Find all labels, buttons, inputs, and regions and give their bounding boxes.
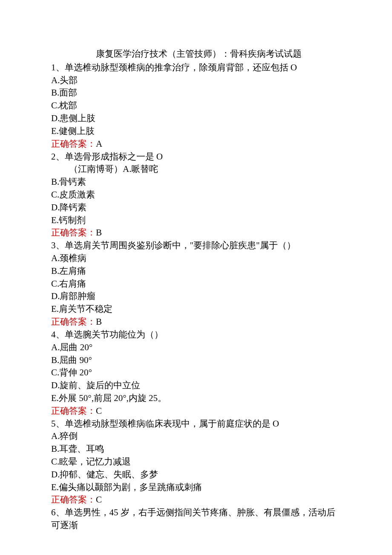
answer-value: A bbox=[96, 139, 102, 149]
question-2: 2、单选骨形成指标之一是 O （江南博哥）A.哌替咤 B.骨钙素 C.皮质激素 … bbox=[51, 151, 341, 240]
answer-value: B bbox=[96, 227, 102, 238]
question-6: 6、单选男性，45 岁，右手远侧指间关节疼痛、肿胀、有晨僵感，活动后可逐渐 bbox=[51, 506, 341, 532]
answer-line: 正确答案：B bbox=[51, 316, 341, 328]
option-e: E.肩关节不稳定 bbox=[51, 303, 341, 316]
answer-value: C bbox=[96, 406, 102, 416]
question-stem: 6、单选男性，45 岁，右手远侧指间关节疼痛、肿胀、有晨僵感，活动后可逐渐 bbox=[51, 506, 341, 532]
option-a: A.头部 bbox=[51, 74, 341, 87]
option-c: C.背伸 20° bbox=[51, 366, 341, 379]
option-a: A.屈曲 20° bbox=[51, 341, 341, 354]
option-c: C.右肩痛 bbox=[51, 278, 341, 291]
question-stem: 2、单选骨形成指标之一是 O bbox=[51, 151, 341, 163]
answer-value: B bbox=[96, 317, 102, 327]
option-c: C.皮质激素 bbox=[51, 189, 341, 201]
option-e: E.健侧上肢 bbox=[51, 125, 341, 138]
option-d: D.降钙素 bbox=[51, 201, 341, 214]
answer-line: 正确答案：C bbox=[51, 405, 341, 418]
option-b: B.骨钙素 bbox=[51, 176, 341, 189]
option-e: E.外展 50°,前屈 20°,内旋 25。 bbox=[51, 392, 341, 405]
option-b: B.左肩痛 bbox=[51, 265, 341, 278]
option-d: D.肩部肿瘤 bbox=[51, 290, 341, 303]
option-a-indent: （江南博哥）A.哌替咤 bbox=[51, 163, 341, 176]
question-5: 5、单选椎动脉型颈椎病临床表现中，属于前庭症状的是 O A.猝倒 B.耳聋、耳鸣… bbox=[51, 418, 341, 507]
answer-line: 正确答案：A bbox=[51, 138, 341, 151]
question-1: 1、单选椎动脉型颈椎病的推拿治疗，除颈肩背部，还应包括 O A.头部 B.面部 … bbox=[51, 61, 341, 151]
option-d: D.抑郁、健忘、失眠、多梦 bbox=[51, 468, 341, 481]
answer-line: 正确答案：C bbox=[51, 494, 341, 506]
question-stem: 5、单选椎动脉型颈椎病临床表现中，属于前庭症状的是 O bbox=[51, 418, 341, 430]
option-b: B.屈曲 90° bbox=[51, 354, 341, 367]
option-c: C.眩晕，记忆力减退 bbox=[51, 456, 341, 468]
answer-label: 正确答案： bbox=[51, 317, 96, 327]
option-a: A.猝倒 bbox=[51, 430, 341, 443]
answer-label: 正确答案： bbox=[51, 227, 96, 238]
question-stem: 4、单选腕关节功能位为（） bbox=[51, 328, 341, 341]
answer-label: 正确答案： bbox=[51, 494, 96, 505]
question-stem: 3、单选肩关节周围炎鉴别诊断中，"要排除心脏疾患"属于（） bbox=[51, 239, 341, 252]
option-b: B.耳聋、耳鸣 bbox=[51, 443, 341, 456]
option-c: C.枕部 bbox=[51, 99, 341, 112]
answer-label: 正确答案： bbox=[51, 139, 96, 149]
question-3: 3、单选肩关节周围炎鉴别诊断中，"要排除心脏疾患"属于（） A.颈椎病 B.左肩… bbox=[51, 239, 341, 328]
answer-line: 正确答案：B bbox=[51, 227, 341, 239]
option-d: D.患侧上肢 bbox=[51, 112, 341, 125]
document-title: 康复医学治疗技术（主管技师）：骨科疾病考试试题 bbox=[51, 48, 341, 61]
answer-value: C bbox=[96, 494, 102, 505]
option-d: D.旋前、旋后的中立位 bbox=[51, 379, 341, 392]
answer-label: 正确答案： bbox=[51, 406, 96, 416]
option-e: E.钙制剂 bbox=[51, 214, 341, 227]
option-e: E.偏头痛以颞部为剧，多呈跳痛或刺痛 bbox=[51, 481, 341, 494]
question-4: 4、单选腕关节功能位为（） A.屈曲 20° B.屈曲 90° C.背伸 20°… bbox=[51, 328, 341, 418]
option-b: B.面部 bbox=[51, 87, 341, 99]
question-stem: 1、单选椎动脉型颈椎病的推拿治疗，除颈肩背部，还应包括 O bbox=[51, 61, 341, 74]
option-a: A.颈椎病 bbox=[51, 252, 341, 265]
